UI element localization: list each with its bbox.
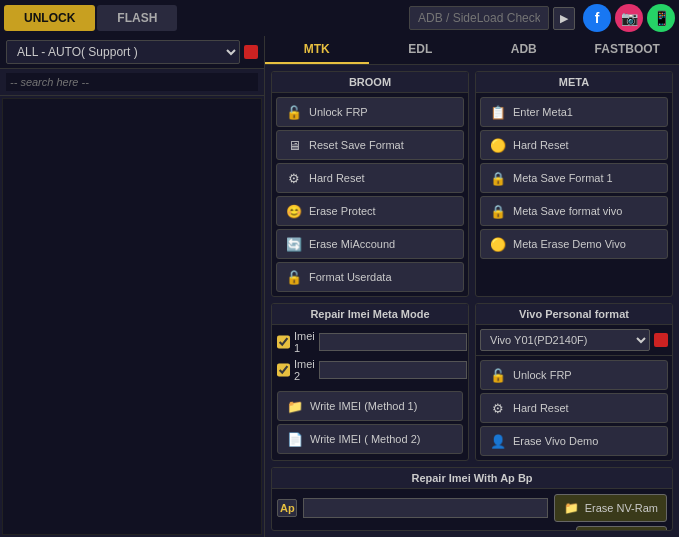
write-imei-method2-label: Write IMEI ( Method 2) [310, 433, 420, 445]
broom-reset-save-icon: 🖥 [285, 136, 303, 154]
erase-nv-ram-button[interactable]: 📁 Erase NV-Ram [554, 494, 667, 522]
ap-row: Ap 📁 Erase NV-Ram [277, 494, 667, 522]
bp-row: Bp 📁 Write IMEI [277, 526, 667, 531]
write-imei-method1-label: Write IMEI (Method 1) [310, 400, 417, 412]
apbp-box: Repair Imei With Ap Bp Ap 📁 Erase NV-Ram… [271, 467, 673, 531]
meta-enter-meta1-label: Enter Meta1 [513, 106, 573, 118]
apbp-content: Ap 📁 Erase NV-Ram Bp 📁 Write IMEI [272, 489, 672, 531]
meta-save-format-vivo[interactable]: 🔒 Meta Save format vivo [480, 196, 668, 226]
vivo-hard-reset-label: Hard Reset [513, 402, 569, 414]
erase-nv-ram-icon: 📁 [563, 499, 581, 517]
meta-save-format-vivo-label: Meta Save format vivo [513, 205, 622, 217]
adb-check-input[interactable] [409, 6, 549, 30]
meta-erase-demo-vivo[interactable]: 🟡 Meta Erase Demo Vivo [480, 229, 668, 259]
broom-erase-miaccount[interactable]: 🔄 Erase MiAccound [276, 229, 464, 259]
ap-input[interactable] [303, 498, 548, 518]
meta-enter-meta1[interactable]: 📋 Enter Meta1 [480, 97, 668, 127]
broom-unlock-frp[interactable]: 🔓 Unlock FRP [276, 97, 464, 127]
vivo-model-select[interactable]: Vivo Y01(PD2140F) [480, 329, 650, 351]
broom-erase-protect-icon: 😊 [285, 202, 303, 220]
vivo-select-indicator[interactable] [654, 333, 668, 347]
imei2-checkbox[interactable] [277, 363, 290, 377]
vivo-title: Vivo Personal format [476, 304, 672, 325]
meta-enter-meta1-icon: 📋 [489, 103, 507, 121]
meta-erase-demo-vivo-label: Meta Erase Demo Vivo [513, 238, 626, 250]
meta-save-format-1-label: Meta Save Format 1 [513, 172, 613, 184]
top-bar: UNLOCK FLASH ▶ f 📷 📱 [0, 0, 679, 36]
imei1-label: Imei 1 [294, 330, 315, 354]
write-imei-apbp-button[interactable]: 📁 Write IMEI [576, 526, 667, 531]
bp-input[interactable] [303, 530, 570, 531]
broom-hard-reset-label: Hard Reset [309, 172, 365, 184]
meta-hard-reset-label: Hard Reset [513, 139, 569, 151]
vivo-hard-reset-icon: ⚙ [489, 399, 507, 417]
vivo-hard-reset[interactable]: ⚙ Hard Reset [480, 393, 668, 423]
search-input[interactable] [6, 73, 258, 91]
imei-box: Repair Imei Meta Mode Imei 1 Imei 2 [271, 303, 469, 461]
apbp-title: Repair Imei With Ap Bp [272, 468, 672, 489]
instagram-icon[interactable]: 📷 [615, 4, 643, 32]
tab-flash[interactable]: FLASH [97, 5, 177, 31]
search-row [0, 69, 264, 96]
imei1-input[interactable] [319, 333, 467, 351]
vivo-unlock-frp[interactable]: 🔓 Unlock FRP [480, 360, 668, 390]
tab-adb[interactable]: ADB [472, 36, 576, 64]
vivo-box: Vivo Personal format Vivo Y01(PD2140F) 🔓… [475, 303, 673, 461]
erase-nv-ram-label: Erase NV-Ram [585, 502, 658, 514]
vivo-erase-demo[interactable]: 👤 Erase Vivo Demo [480, 426, 668, 456]
broom-erase-miaccount-label: Erase MiAccound [309, 238, 395, 250]
meta-box: META 📋 Enter Meta1 🟡 Hard Reset 🔒 Met [475, 71, 673, 297]
device-list[interactable] [2, 98, 262, 535]
broom-format-userdata[interactable]: 🔓 Format Userdata [276, 262, 464, 292]
vivo-erase-demo-icon: 👤 [489, 432, 507, 450]
meta-hard-reset[interactable]: 🟡 Hard Reset [480, 130, 668, 160]
broom-buttons: 🔓 Unlock FRP 🖥 Reset Save Format ⚙ Hard … [272, 93, 468, 296]
broom-erase-protect[interactable]: 😊 Erase Protect [276, 196, 464, 226]
broom-title: BROOM [272, 72, 468, 93]
meta-hard-reset-icon: 🟡 [489, 136, 507, 154]
ap-label: Ap [277, 499, 297, 517]
vivo-select-row: Vivo Y01(PD2140F) [476, 325, 672, 356]
device-select-row: ALL - AUTO( Support ) [0, 36, 264, 69]
write-imei-method2[interactable]: 📄 Write IMEI ( Method 2) [277, 424, 463, 454]
broom-erase-miaccount-icon: 🔄 [285, 235, 303, 253]
imei-content: Imei 1 Imei 2 [272, 325, 468, 391]
broom-meta-section: BROOM 🔓 Unlock FRP 🖥 Reset Save Format ⚙ [271, 71, 673, 297]
device-select[interactable]: ALL - AUTO( Support ) [6, 40, 240, 64]
broom-erase-protect-label: Erase Protect [309, 205, 376, 217]
vivo-buttons: 🔓 Unlock FRP ⚙ Hard Reset 👤 Erase Vivo D… [476, 356, 672, 460]
tab-fastboot[interactable]: FASTBOOT [576, 36, 680, 64]
right-panel: MTK EDL ADB FASTBOOT BROOM 🔓 Unlock FRP [265, 36, 679, 537]
tab-edl[interactable]: EDL [369, 36, 473, 64]
device-select-indicator[interactable] [244, 45, 258, 59]
meta-save-format-1-icon: 🔒 [489, 169, 507, 187]
meta-erase-demo-vivo-icon: 🟡 [489, 235, 507, 253]
imei-title: Repair Imei Meta Mode [272, 304, 468, 325]
broom-unlock-frp-label: Unlock FRP [309, 106, 368, 118]
imei1-row: Imei 1 [277, 330, 463, 354]
vivo-erase-demo-label: Erase Vivo Demo [513, 435, 598, 447]
broom-reset-save-label: Reset Save Format [309, 139, 404, 151]
imei2-input[interactable] [319, 361, 467, 379]
social-icons: f 📷 📱 [583, 4, 675, 32]
imei1-checkbox[interactable] [277, 335, 290, 349]
broom-box: BROOM 🔓 Unlock FRP 🖥 Reset Save Format ⚙ [271, 71, 469, 297]
write-imei-method1[interactable]: 📁 Write IMEI (Method 1) [277, 391, 463, 421]
whatsapp-icon[interactable]: 📱 [647, 4, 675, 32]
write-imei-method1-icon: 📁 [286, 397, 304, 415]
vivo-unlock-frp-label: Unlock FRP [513, 369, 572, 381]
broom-reset-save-format[interactable]: 🖥 Reset Save Format [276, 130, 464, 160]
meta-save-format-1[interactable]: 🔒 Meta Save Format 1 [480, 163, 668, 193]
tab-unlock[interactable]: UNLOCK [4, 5, 95, 31]
broom-unlock-frp-icon: 🔓 [285, 103, 303, 121]
facebook-icon[interactable]: f [583, 4, 611, 32]
broom-hard-reset[interactable]: ⚙ Hard Reset [276, 163, 464, 193]
imei2-row: Imei 2 [277, 358, 463, 382]
write-imei-method2-icon: 📄 [286, 430, 304, 448]
adb-check-button[interactable]: ▶ [553, 7, 575, 30]
tab-mtk[interactable]: MTK [265, 36, 369, 64]
broom-format-userdata-label: Format Userdata [309, 271, 392, 283]
left-panel: ALL - AUTO( Support ) [0, 36, 265, 537]
vivo-unlock-frp-icon: 🔓 [489, 366, 507, 384]
meta-title: META [476, 72, 672, 93]
